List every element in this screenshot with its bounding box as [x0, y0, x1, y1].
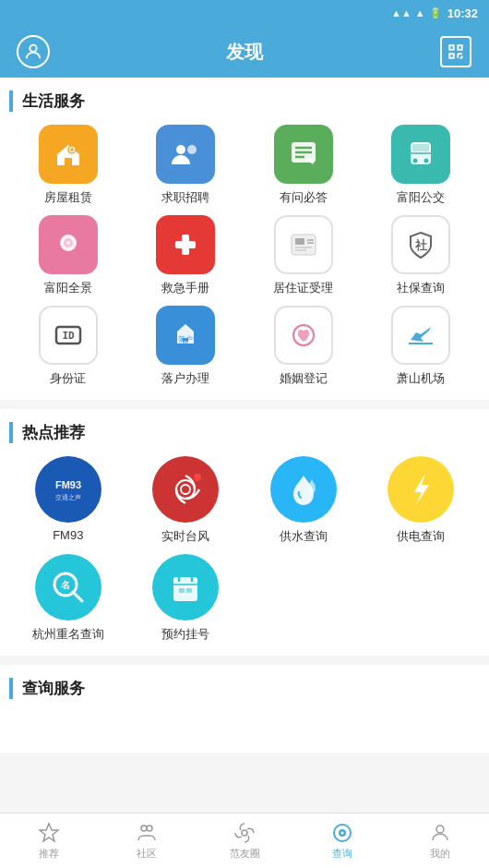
svg-rect-3: [449, 54, 454, 58]
item-label: 实时台风: [161, 528, 209, 545]
life-service-grid: 房屋租赁 求职招聘: [9, 125, 480, 387]
nav-item-query[interactable]: 查询: [293, 814, 391, 868]
svg-text:ID: ID: [62, 330, 75, 342]
bottom-navigation: 推荐 社区 范友圈: [0, 813, 489, 868]
item-label: 社保查询: [397, 280, 445, 296]
wifi-icon: ▲: [415, 7, 425, 18]
nav-label-query: 查询: [332, 847, 352, 861]
nav-item-mine[interactable]: 我的: [391, 814, 489, 868]
svg-rect-1: [449, 45, 454, 50]
list-item[interactable]: 有问必答: [244, 125, 363, 206]
svg-rect-49: [173, 577, 197, 601]
app-header: 发现: [0, 26, 489, 78]
mine-icon: [428, 821, 452, 845]
svg-point-21: [413, 159, 418, 163]
list-item[interactable]: 婚姻登记: [244, 306, 363, 387]
svg-point-44: [194, 474, 201, 481]
nav-label-recommend: 推荐: [39, 847, 59, 861]
svg-rect-2: [458, 45, 462, 50]
hot-recommend-title: 热点推荐: [9, 422, 480, 443]
svg-point-25: [66, 241, 70, 245]
list-item[interactable]: 供电查询: [363, 456, 481, 545]
svg-rect-53: [179, 588, 185, 593]
svg-point-58: [242, 830, 247, 836]
star-icon: [37, 821, 61, 845]
svg-rect-27: [175, 241, 196, 248]
svg-marker-45: [414, 474, 429, 505]
list-item[interactable]: 房屋租赁: [9, 125, 127, 206]
list-item[interactable]: 供水查询: [244, 456, 363, 545]
nav-label-mine: 我的: [430, 847, 450, 861]
main-content: 生活服务 房屋租赁: [0, 78, 489, 813]
battery-icon: 🔋: [429, 7, 442, 19]
svg-text:社: 社: [414, 238, 428, 252]
query-service-section: 查询服务: [0, 665, 489, 753]
svg-point-42: [176, 480, 195, 499]
hot-recommend-section: 热点推荐 FM93 交通之声 FM93: [0, 409, 489, 656]
svg-point-22: [424, 159, 429, 163]
hot-recommend-grid: FM93 交通之声 FM93: [9, 456, 480, 643]
scan-icon: [440, 36, 471, 67]
list-item[interactable]: 落户 落户办理: [127, 306, 245, 387]
item-label: 富阳公交: [397, 189, 445, 206]
nav-item-fan[interactable]: 范友圈: [196, 814, 293, 868]
community-icon: [135, 821, 159, 845]
nav-label-community: 社区: [137, 847, 157, 861]
svg-point-12: [187, 145, 197, 154]
list-item[interactable]: 救急手册: [127, 215, 245, 296]
query-icon: [330, 821, 354, 845]
item-label: 居住证受理: [273, 280, 333, 296]
svg-text:FM93: FM93: [55, 479, 81, 490]
avatar-button[interactable]: [15, 33, 52, 70]
svg-point-56: [141, 826, 147, 831]
life-service-title: 生活服务: [9, 90, 480, 112]
nav-item-community[interactable]: 社区: [98, 814, 196, 868]
item-label: 房屋租赁: [44, 189, 92, 206]
item-label: 有问必答: [280, 189, 328, 206]
svg-point-11: [176, 145, 185, 154]
signal-icon: ▲▲: [391, 7, 411, 18]
svg-point-61: [341, 832, 344, 835]
nav-item-recommend[interactable]: 推荐: [0, 814, 98, 868]
svg-rect-29: [295, 238, 304, 245]
svg-rect-20: [412, 144, 429, 151]
list-item[interactable]: 名 杭州重名查询: [9, 554, 127, 643]
list-item[interactable]: 求职招聘: [127, 125, 245, 206]
list-item[interactable]: 富阳公交: [363, 125, 481, 206]
item-label: 婚姻登记: [280, 370, 328, 387]
item-label: 落户办理: [161, 370, 209, 387]
list-item[interactable]: 富阳全景: [9, 215, 127, 296]
fan-icon: [233, 821, 256, 845]
nav-label-fan: 范友圈: [230, 847, 260, 861]
svg-line-47: [73, 592, 82, 601]
item-label: 萧山机场: [397, 370, 445, 387]
list-item[interactable]: FM93 交通之声 FM93: [9, 456, 127, 545]
item-label: 身份证: [50, 370, 86, 387]
item-label: 求职招聘: [161, 189, 209, 206]
status-time: 10:32: [447, 6, 478, 20]
svg-point-62: [436, 826, 444, 833]
item-label: 供水查询: [280, 528, 328, 545]
item-label: 供电查询: [397, 528, 445, 545]
svg-rect-54: [186, 588, 192, 593]
list-item[interactable]: 预约挂号: [127, 554, 245, 643]
list-item[interactable]: 实时台风: [127, 456, 245, 545]
svg-text:名: 名: [60, 580, 70, 590]
svg-point-57: [147, 826, 152, 831]
list-item[interactable]: 萧山机场: [363, 306, 481, 387]
list-item[interactable]: 居住证受理: [244, 215, 363, 296]
scan-button[interactable]: [437, 33, 474, 70]
query-service-title: 查询服务: [9, 678, 480, 699]
list-item[interactable]: 社 社保查询: [363, 215, 481, 296]
svg-point-0: [30, 45, 36, 52]
avatar-icon: [17, 35, 50, 68]
svg-point-43: [181, 485, 190, 494]
item-label: FM93: [53, 528, 83, 542]
list-item[interactable]: ID 身份证: [9, 306, 127, 387]
status-icons: ▲▲ ▲ 🔋: [391, 7, 442, 19]
item-label: 杭州重名查询: [32, 626, 104, 643]
svg-text:落户: 落户: [178, 335, 193, 344]
svg-text:交通之声: 交通之声: [55, 494, 81, 501]
item-label: 救急手册: [161, 280, 209, 296]
page-title: 发现: [226, 40, 263, 65]
